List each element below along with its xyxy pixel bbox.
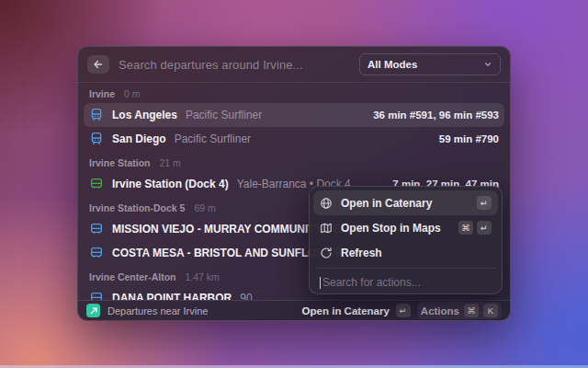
list-item[interactable]: San Diego Pacific Surfliner 59 min #790 [84, 127, 504, 151]
bus-icon [89, 177, 104, 191]
train-icon [89, 108, 104, 122]
route-number: 90 [240, 292, 252, 300]
menu-item-open-stop-in-maps[interactable]: Open Stop in Maps ⌘ ↵ [313, 215, 498, 240]
action-search-input[interactable]: Search for actions... [313, 271, 498, 293]
departure-times: 59 min #790 [439, 133, 499, 144]
section-distance: 0 m [124, 88, 141, 99]
section-name: Irvine Station [89, 157, 151, 168]
back-button[interactable] [87, 55, 109, 74]
k-key: K [483, 304, 498, 317]
action-search-placeholder: Search for actions... [322, 276, 421, 289]
search-input[interactable]: Search departures around Irvine... [119, 58, 350, 72]
search-bar: Search departures around Irvine... All M… [78, 47, 510, 82]
section-name: Irvine Center-Alton [89, 271, 176, 282]
arrow-left-icon [93, 59, 104, 70]
command-key: ⌘ [464, 304, 479, 317]
return-key: ↵ [477, 196, 492, 210]
section-distance: 1.47 km [186, 271, 220, 282]
command-title: Departures near Irvine [107, 305, 208, 316]
catenary-app-icon [86, 304, 100, 317]
train-icon [89, 132, 104, 146]
return-key: ↵ [477, 221, 492, 235]
destination-title: Los Angeles [112, 109, 177, 121]
command-key: ⌘ [458, 221, 473, 235]
bus-icon [89, 246, 104, 260]
map-icon [320, 222, 333, 235]
footer-bar: Departures near Irvine Open in Catenary … [78, 301, 510, 320]
bus-icon [89, 222, 104, 236]
destination-title: Irvine Station (Dock 4) [112, 178, 229, 190]
refresh-icon [320, 247, 333, 259]
globe-icon [320, 197, 333, 210]
text-caret [320, 277, 321, 289]
section-distance: 21 m [160, 157, 181, 168]
section-header: Irvine Station 21 m [84, 156, 504, 168]
section-name: Irvine [89, 88, 115, 99]
section-header: Irvine 0 m [84, 87, 504, 99]
menu-item-label: Open in Catenary [341, 197, 432, 210]
bus-icon [89, 291, 104, 300]
departure-times: 36 min #591, 96 min #593 [373, 109, 499, 121]
menu-divider [315, 268, 496, 269]
section-name: Irvine Station-Dock 5 [89, 202, 185, 213]
route-subtitle: Pacific Surfliner [186, 109, 262, 121]
menu-item-label: Open Stop in Maps [341, 222, 441, 235]
menu-item-label: Refresh [341, 247, 382, 259]
destination-title: San Diego [112, 132, 166, 145]
section-distance: 69 m [194, 202, 215, 213]
destination-title: DANA POINT HARBOR [112, 292, 232, 300]
return-key: ↵ [396, 304, 411, 317]
menu-item-refresh[interactable]: Refresh [313, 240, 498, 265]
actions-label: Actions [421, 305, 459, 316]
menu-item-open-in-catenary[interactable]: Open in Catenary ↵ [313, 190, 498, 215]
chevron-down-icon [483, 60, 492, 69]
mode-filter-dropdown[interactable]: All Modes [359, 53, 501, 75]
mode-filter-value: All Modes [368, 59, 478, 70]
route-subtitle: Pacific Surfliner [175, 132, 251, 145]
primary-action-label[interactable]: Open in Catenary [302, 305, 390, 316]
action-menu: Open in Catenary ↵ Open Stop in Maps ⌘ ↵… [309, 186, 503, 294]
launcher-window: Search departures around Irvine... All M… [77, 46, 511, 321]
list-item[interactable]: Los Angeles Pacific Surfliner 36 min #59… [84, 103, 504, 127]
actions-button[interactable]: Actions ⌘ K [417, 302, 502, 319]
